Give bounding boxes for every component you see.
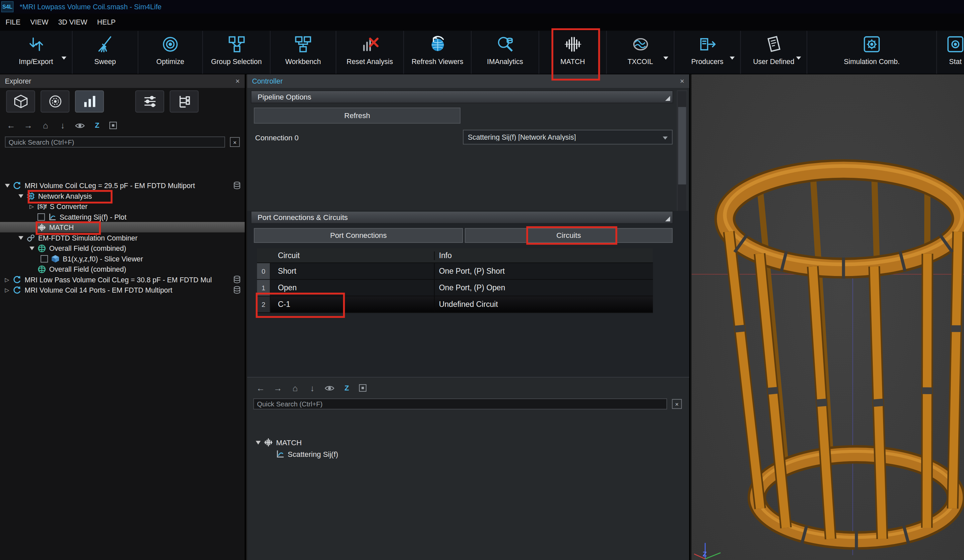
expander-closed-icon[interactable]: ▷ (5, 287, 11, 293)
toolbar-button-imanalytics[interactable]: IMAnalytics (471, 31, 539, 75)
tree-item-mri-volume-coil[interactable]: MRI Volume Coil CLeg = 29.5 pF - EM FDTD… (0, 180, 245, 191)
home-icon[interactable]: ⌂ (290, 383, 300, 393)
search-clear-icon[interactable]: × (672, 399, 682, 409)
toolbar-label: IMAnalytics (487, 58, 523, 65)
tree-item-mri-14-ports[interactable]: ▷ MRI Volume Coil 14 Ports - EM FDTD Mul… (0, 285, 245, 295)
table-row-c1[interactable]: 2 C-1 Undefined Circuit (257, 296, 653, 313)
expander-open-icon[interactable] (256, 441, 261, 444)
tree-item-b1-slice-viewer[interactable]: B1(x,y,z,f0) - Slice Viewer (0, 254, 245, 264)
search-clear-icon[interactable]: × (230, 137, 240, 147)
slice-cube-icon (51, 254, 60, 263)
close-icon[interactable]: × (680, 77, 684, 86)
toolbar-label: User Defined (753, 58, 794, 65)
tree-item-overall-field-1[interactable]: Overall Field (combined) (0, 243, 245, 254)
zoom-z-icon[interactable]: Z (92, 120, 102, 130)
circuits-table: Circuit Info 0 Short One Port, (P) Short… (257, 249, 653, 313)
menu-view[interactable]: VIEW (30, 19, 48, 26)
model-view-button[interactable] (6, 90, 35, 112)
port-connections-header[interactable]: Port Connections & Circuits (251, 211, 673, 224)
column-header-circuit[interactable]: Circuit (270, 251, 435, 260)
forward-icon[interactable]: → (273, 383, 283, 393)
match-icon (37, 223, 46, 231)
search-input[interactable] (5, 136, 225, 147)
section-title: Port Connections & Circuits (258, 213, 348, 221)
tree-item-scattering[interactable]: Scattering Sij(f) (247, 448, 689, 460)
down-arrow-icon[interactable]: ↓ (58, 120, 68, 130)
refresh-button[interactable]: Refresh (254, 107, 461, 124)
analysis-view-button[interactable] (75, 90, 104, 112)
tree-item-match[interactable]: MATCH (247, 436, 689, 448)
toolbar-button-txcoil[interactable]: TXCOIL (607, 31, 674, 75)
chevron-down-icon[interactable] (796, 57, 801, 60)
table-row-open[interactable]: 1 Open One Port, (P) Open (257, 280, 653, 296)
menu-help[interactable]: HELP (97, 19, 116, 26)
circuit-cell[interactable]: C-1 (270, 296, 435, 312)
toolbar-button-reset-analysis[interactable]: Reset Analysis (336, 31, 404, 75)
box-select-icon[interactable] (359, 384, 366, 391)
close-icon[interactable]: × (236, 77, 240, 86)
simulation-view-button[interactable] (41, 90, 69, 112)
visibility-checkbox[interactable] (37, 213, 45, 220)
chevron-down-icon[interactable] (730, 57, 735, 60)
info-cell: One Port, (P) Open (435, 280, 653, 296)
scrollbar-thumb[interactable] (678, 107, 686, 184)
tree-layout-button[interactable] (170, 90, 199, 112)
toolbar-button-producers[interactable]: Producers (674, 31, 741, 75)
back-icon[interactable]: ← (6, 120, 16, 130)
chevron-down-icon[interactable] (61, 57, 66, 60)
circuit-cell[interactable]: Open (270, 280, 435, 296)
expander-open-icon[interactable] (5, 184, 10, 187)
tree-item-label: Overall Field (combined) (49, 244, 126, 252)
tree-item-s-converter[interactable]: ▷ [S]f S Converter (0, 201, 245, 212)
table-row-short[interactable]: 0 Short One Port, (P) Short (257, 263, 653, 280)
tree-item-overall-field-2[interactable]: Overall Field (combined) (0, 264, 245, 274)
eye-icon[interactable] (325, 384, 335, 391)
connection-dropdown[interactable]: Scattering Sij(f) [Network Analysis] (463, 130, 673, 144)
forward-icon[interactable]: → (23, 120, 33, 130)
tree-item-mri-lowpass-coil[interactable]: ▷ MRI Low Pass Volume Coil CLeg = 30.8 p… (0, 274, 245, 285)
toolbar-button-workbench[interactable]: Workbench (270, 31, 336, 75)
tab-circuits[interactable]: Circuits (465, 228, 673, 243)
column-header-info[interactable]: Info (435, 251, 653, 260)
menu-file[interactable]: FILE (6, 19, 21, 26)
tree-item-scattering-plot[interactable]: Scattering Sij(f) - Plot (0, 212, 245, 222)
tree-item-match[interactable]: MATCH (0, 222, 245, 233)
collapse-corner-icon[interactable] (665, 96, 670, 101)
expander-closed-icon[interactable]: ▷ (29, 203, 35, 210)
back-icon[interactable]: ← (256, 383, 266, 393)
tab-port-connections[interactable]: Port Connections (254, 228, 463, 243)
search-input[interactable] (254, 399, 667, 409)
eye-icon[interactable] (75, 122, 85, 129)
simulation-icon (13, 275, 21, 284)
expander-open-icon[interactable] (19, 194, 24, 198)
toolbar-button-sweep[interactable]: Sweep (73, 31, 138, 75)
down-arrow-icon[interactable]: ↓ (308, 383, 318, 393)
toolbar-button-refresh-viewers[interactable]: Refresh Viewers (404, 31, 472, 75)
box-select-icon[interactable] (109, 122, 117, 129)
chevron-down-icon[interactable] (663, 57, 668, 60)
toolbar-button-match[interactable]: MATCH (539, 31, 607, 75)
ports-section: Port Connections & Circuits Port Connect… (247, 211, 689, 377)
cube-icon (13, 94, 29, 109)
toolbar-button-stat[interactable]: Stat (937, 31, 964, 75)
pipeline-options-header[interactable]: Pipeline Options (251, 90, 673, 103)
tree-item-network-analysis[interactable]: Network Analysis (0, 191, 245, 201)
toolbar-button-imp-export[interactable]: Imp/Export (0, 31, 73, 75)
expander-closed-icon[interactable]: ▷ (5, 276, 11, 283)
viewport-3d[interactable]: Z (692, 74, 964, 560)
toolbar-button-user-defined[interactable]: User Defined (741, 31, 807, 75)
home-icon[interactable]: ⌂ (41, 120, 50, 130)
visibility-checkbox[interactable] (41, 255, 48, 262)
collapse-corner-icon[interactable] (665, 216, 670, 221)
toolbar-button-group-selection[interactable]: Group Selection (203, 31, 271, 75)
toolbar-button-optimize[interactable]: Optimize (138, 31, 203, 75)
expander-open-icon[interactable] (29, 246, 34, 250)
menu-3d-view[interactable]: 3D VIEW (58, 19, 87, 26)
circuit-cell[interactable]: Short (270, 263, 435, 279)
zoom-z-icon[interactable]: Z (342, 383, 352, 393)
toolbar-label: MATCH (560, 58, 585, 65)
expander-open-icon[interactable] (19, 236, 24, 239)
toolbar-button-simulation-comb[interactable]: Simulation Comb. (807, 31, 937, 75)
tree-item-em-fdtd-combiner[interactable]: EM-FDTD Simulation Combiner (0, 233, 245, 243)
filter-options-button[interactable] (135, 90, 164, 112)
